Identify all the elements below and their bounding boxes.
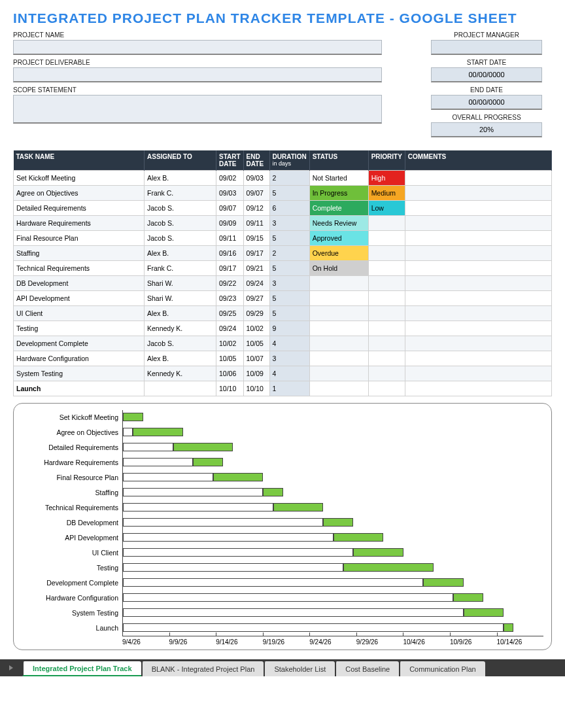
cell-status[interactable]: In Progress (309, 186, 368, 201)
cell-task[interactable]: Testing (14, 321, 145, 336)
cell-priority[interactable] (368, 366, 405, 381)
project-manager-input[interactable] (431, 40, 542, 55)
cell-start[interactable]: 09/09 (216, 216, 244, 231)
cell-duration[interactable]: 2 (269, 246, 309, 261)
cell-priority[interactable]: Low (368, 201, 405, 216)
cell-comments[interactable] (405, 201, 551, 216)
cell-assigned[interactable]: Jacob S. (145, 201, 216, 216)
cell-priority[interactable] (368, 306, 405, 321)
sheet-tab[interactable]: BLANK - Integrated Project Plan (141, 661, 264, 676)
cell-status[interactable]: On Hold (309, 261, 368, 276)
cell-start[interactable]: 09/02 (216, 171, 244, 186)
cell-task[interactable]: Launch (14, 381, 145, 396)
cell-task[interactable]: Detailed Requirements (14, 201, 145, 216)
cell-duration[interactable]: 9 (269, 321, 309, 336)
cell-priority[interactable] (368, 291, 405, 306)
cell-end[interactable]: 09/24 (243, 276, 269, 291)
cell-assigned[interactable]: Kennedy K. (145, 366, 216, 381)
cell-start[interactable]: 09/23 (216, 291, 244, 306)
cell-duration[interactable]: 2 (269, 171, 309, 186)
cell-task[interactable]: Hardware Requirements (14, 216, 145, 231)
cell-assigned[interactable]: Alex B. (145, 246, 216, 261)
cell-comments[interactable] (405, 186, 551, 201)
cell-priority[interactable] (368, 336, 405, 351)
cell-status[interactable]: Approved (309, 231, 368, 246)
cell-task[interactable]: Agree on Objectives (14, 186, 145, 201)
table-row[interactable]: Detailed RequirementsJacob S.09/0709/126… (14, 201, 552, 216)
cell-assigned[interactable]: Jacob S. (145, 216, 216, 231)
cell-assigned[interactable]: Frank C. (145, 186, 216, 201)
sheet-tab[interactable]: Stakeholder List (264, 661, 335, 676)
cell-status[interactable] (309, 366, 368, 381)
table-row[interactable]: Agree on ObjectivesFrank C.09/0309/075In… (14, 186, 552, 201)
cell-status[interactable]: Complete (309, 201, 368, 216)
all-sheets-button[interactable] (0, 659, 22, 676)
cell-assigned[interactable]: Shari W. (145, 291, 216, 306)
cell-duration[interactable]: 6 (269, 201, 309, 216)
cell-start[interactable]: 09/25 (216, 306, 244, 321)
cell-duration[interactable]: 3 (269, 276, 309, 291)
cell-end[interactable]: 09/03 (243, 171, 269, 186)
cell-comments[interactable] (405, 381, 551, 396)
cell-end[interactable]: 09/17 (243, 246, 269, 261)
cell-start[interactable]: 09/11 (216, 231, 244, 246)
cell-task[interactable]: DB Development (14, 276, 145, 291)
cell-start[interactable]: 09/24 (216, 321, 244, 336)
cell-comments[interactable] (405, 306, 551, 321)
cell-start[interactable]: 10/02 (216, 336, 244, 351)
cell-status[interactable] (309, 381, 368, 396)
cell-priority[interactable] (368, 321, 405, 336)
cell-start[interactable]: 09/16 (216, 246, 244, 261)
cell-comments[interactable] (405, 246, 551, 261)
cell-priority[interactable] (368, 216, 405, 231)
cell-priority[interactable] (368, 246, 405, 261)
cell-end[interactable]: 10/10 (243, 381, 269, 396)
sheet-tab[interactable]: Communication Plan (399, 661, 485, 676)
cell-start[interactable]: 09/07 (216, 201, 244, 216)
table-row[interactable]: System TestingKennedy K.10/0610/094 (14, 366, 552, 381)
sheet-tab[interactable]: Cost Baseline (335, 661, 399, 676)
cell-task[interactable]: Technical Requirements (14, 261, 145, 276)
cell-priority[interactable] (368, 231, 405, 246)
cell-assigned[interactable]: Alex B. (145, 351, 216, 366)
cell-duration[interactable]: 5 (269, 291, 309, 306)
cell-task[interactable]: Final Resource Plan (14, 231, 145, 246)
cell-status[interactable] (309, 306, 368, 321)
cell-end[interactable]: 09/27 (243, 291, 269, 306)
cell-end[interactable]: 09/29 (243, 306, 269, 321)
cell-task[interactable]: Development Complete (14, 336, 145, 351)
cell-priority[interactable] (368, 276, 405, 291)
cell-priority[interactable]: Medium (368, 186, 405, 201)
cell-comments[interactable] (405, 366, 551, 381)
table-row[interactable]: Technical RequirementsFrank C.09/1709/21… (14, 261, 552, 276)
project-name-input[interactable] (13, 40, 382, 55)
table-row[interactable]: UI ClientAlex B.09/2509/295 (14, 306, 552, 321)
cell-task[interactable]: API Development (14, 291, 145, 306)
cell-end[interactable]: 10/05 (243, 336, 269, 351)
cell-comments[interactable] (405, 261, 551, 276)
cell-status[interactable] (309, 276, 368, 291)
cell-comments[interactable] (405, 291, 551, 306)
table-row[interactable]: Development CompleteJacob S.10/0210/054 (14, 336, 552, 351)
cell-assigned[interactable]: Alex B. (145, 171, 216, 186)
cell-status[interactable]: Needs Review (309, 216, 368, 231)
cell-start[interactable]: 09/17 (216, 261, 244, 276)
cell-duration[interactable]: 3 (269, 216, 309, 231)
cell-end[interactable]: 10/09 (243, 366, 269, 381)
cell-priority[interactable] (368, 261, 405, 276)
cell-start[interactable]: 10/06 (216, 366, 244, 381)
cell-end[interactable]: 09/07 (243, 186, 269, 201)
cell-comments[interactable] (405, 321, 551, 336)
cell-comments[interactable] (405, 216, 551, 231)
cell-comments[interactable] (405, 231, 551, 246)
table-row[interactable]: DB DevelopmentShari W.09/2209/243 (14, 276, 552, 291)
cell-priority[interactable]: High (368, 171, 405, 186)
table-row[interactable]: Set Kickoff MeetingAlex B.09/0209/032Not… (14, 171, 552, 186)
table-row[interactable]: Final Resource PlanJacob S.09/1109/155Ap… (14, 231, 552, 246)
cell-duration[interactable]: 5 (269, 231, 309, 246)
scope-statement-input[interactable] (13, 95, 382, 124)
cell-duration[interactable]: 3 (269, 351, 309, 366)
cell-status[interactable] (309, 336, 368, 351)
cell-start[interactable]: 09/22 (216, 276, 244, 291)
cell-assigned[interactable]: Frank C. (145, 261, 216, 276)
